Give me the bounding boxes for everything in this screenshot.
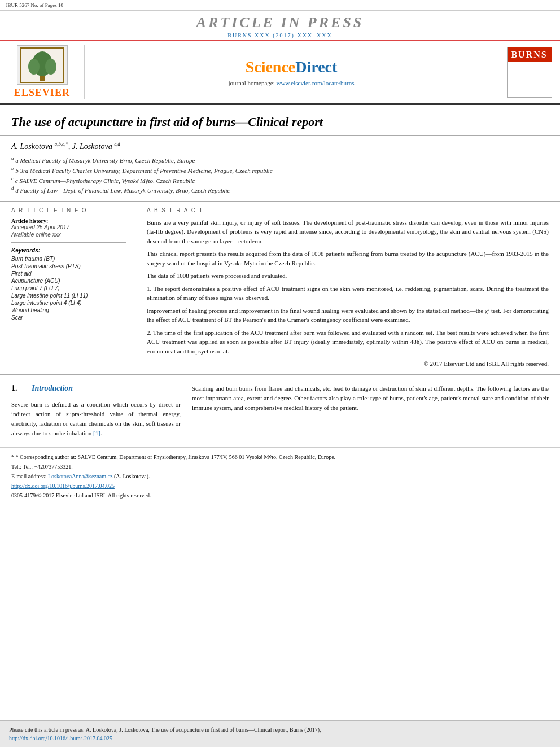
- page: JBUR 5267 No. of Pages 10 ARTICLE IN PRE…: [0, 0, 560, 747]
- citation-doi-link[interactable]: http://dx.doi.org/10.1016/j.burns.2017.0…: [9, 735, 112, 741]
- keyword-1: Burn trauma (BT): [11, 256, 126, 262]
- affiliation-b: b b 3rd Medical Faculty Charles Universi…: [11, 165, 549, 174]
- article-in-press-banner: ARTICLE IN PRESS BURNS XXX (2017) XXX–XX…: [0, 11, 560, 41]
- keyword-7: Large intestine point 4 (LI 4): [11, 300, 126, 306]
- tel-footnote: Tel.: Tel.: +420737753321.: [11, 462, 549, 471]
- abstract-para-2: This clinical report presents the result…: [147, 249, 549, 268]
- abstract-copyright: © 2017 Elsevier Ltd and ISBI. All rights…: [147, 359, 549, 369]
- keyword-3: First aid: [11, 270, 126, 277]
- abstract-para-5: Improvement of healing process and impro…: [147, 306, 549, 325]
- introduction-section: 1. Introduction Severe burn is defined a…: [0, 375, 560, 448]
- journal-homepage-url[interactable]: www.elsevier.com/locate/burns: [276, 80, 354, 86]
- abstract-text: Burns are a very painful skin injury, or…: [147, 218, 549, 369]
- email-footnote: E-mail address: LoskotovaAnna@seznam.cz …: [11, 472, 549, 480]
- abstract-col: A B S T R A C T Burns are a very painful…: [147, 207, 549, 369]
- abstract-para-6: 2. The time of the first application of …: [147, 328, 549, 356]
- intro-right-text: Scalding and burn burns from flame and c…: [192, 384, 549, 413]
- email-link[interactable]: LoskotovaAnna@seznam.cz: [48, 473, 112, 479]
- section-number: 1.: [11, 384, 25, 393]
- svg-point-4: [45, 59, 56, 75]
- burns-cover-title: BURNS: [511, 50, 547, 60]
- abstract-para-1: Burns are a very painful skin injury, or…: [147, 218, 549, 246]
- keyword-4: Acupuncture (ACU): [11, 278, 126, 284]
- article-info-col: A R T I C L E I N F O Article history: A…: [11, 207, 135, 369]
- elsevier-logo: ELSEVIER: [6, 45, 85, 99]
- corresponding-footnote: * * Corresponding author at: SALVE Centr…: [11, 453, 549, 461]
- citation-1: [1]: [93, 430, 100, 436]
- divider: [11, 242, 126, 243]
- burns-journal-thumb: BURNS: [507, 47, 552, 98]
- affiliation-c: c c SALVE Centrum—Physiotherapy Clinic, …: [11, 176, 549, 184]
- two-col-section: A R T I C L E I N F O Article history: A…: [0, 201, 560, 375]
- abstract-heading: A B S T R A C T: [147, 207, 549, 213]
- accepted-date: Accepted 25 April 2017: [11, 224, 126, 230]
- corresponding-star: *: [11, 454, 14, 460]
- issn-footnote: 0305-4179/© 2017 Elsevier Ltd and ISBI. …: [11, 491, 549, 500]
- corresponding-text: * Corresponding author at: SALVE Centrum…: [16, 454, 336, 460]
- bottom-citation-bar: Please cite this article in press as: A.…: [0, 720, 560, 747]
- svg-point-3: [28, 59, 40, 75]
- doi-link[interactable]: http://dx.doi.org/10.1016/j.burns.2017.0…: [11, 483, 115, 489]
- header-logos: ELSEVIER ScienceDirect journal homepage:…: [0, 41, 560, 105]
- article-history-label: Article history:: [11, 218, 126, 224]
- keyword-9: Scar: [11, 314, 126, 321]
- science-direct-logo: ScienceDirect: [246, 58, 338, 76]
- journal-homepage: journal homepage: www.elsevier.com/locat…: [229, 80, 355, 86]
- article-title: The use of acupuncture in first aid of b…: [11, 114, 549, 130]
- keyword-5: Lung point 7 (LU 7): [11, 285, 126, 291]
- direct-text: Direct: [295, 58, 337, 76]
- email-person: (A. Loskotova).: [114, 473, 150, 479]
- tel-label: Tel.:: [11, 464, 23, 470]
- article-in-press-text: ARTICLE IN PRESS: [0, 14, 560, 31]
- science-text: Science: [246, 58, 296, 76]
- intro-left-text: Severe burn is defined as a condition wh…: [11, 400, 181, 438]
- journal-name-banner: BURNS XXX (2017) XXX–XXX: [0, 32, 560, 38]
- abstract-para-3: The data of 1008 patients were processed…: [147, 271, 549, 281]
- keywords-heading: Keywords:: [11, 247, 126, 254]
- footnotes-section: * * Corresponding author at: SALVE Centr…: [0, 448, 560, 505]
- citation-text: Please cite this article in press as: A.…: [9, 727, 321, 733]
- burns-cover-img: BURNS: [507, 47, 552, 98]
- abstract-para-4: 1. The report demonstrates a positive ef…: [147, 284, 549, 303]
- available-online: Available online xxx: [11, 231, 126, 238]
- journal-ref-left: JBUR 5267 No. of Pages 10: [6, 2, 63, 8]
- authors-section: A. Loskotova a,b,c,*, J. Loskotova c,d a…: [0, 136, 560, 201]
- top-bar: JBUR 5267 No. of Pages 10: [0, 0, 560, 11]
- keyword-2: Post-traumatic stress (PTS): [11, 263, 126, 269]
- elsevier-tree-icon: [17, 45, 68, 85]
- article-title-section: The use of acupuncture in first aid of b…: [0, 105, 560, 136]
- doi-footnote: http://dx.doi.org/10.1016/j.burns.2017.0…: [11, 482, 549, 490]
- affiliation-d: d d Faculty of Law—Dept. of Financial La…: [11, 185, 549, 194]
- authors-line: A. Loskotova a,b,c,*, J. Loskotova c,d: [11, 141, 549, 151]
- keyword-8: Wound healing: [11, 307, 126, 313]
- section-title: Introduction: [32, 384, 73, 393]
- section-number-title: 1. Introduction: [11, 384, 181, 393]
- intro-left: 1. Introduction Severe burn is defined a…: [11, 384, 181, 438]
- email-label: E-mail address:: [11, 473, 46, 479]
- article-info-heading: A R T I C L E I N F O: [11, 207, 126, 213]
- burns-logo-area: BURNS: [498, 45, 554, 99]
- science-direct-area: ScienceDirect journal homepage: www.else…: [90, 45, 492, 99]
- journal-homepage-label: journal homepage:: [229, 80, 275, 86]
- intro-right: Scalding and burn burns from flame and c…: [192, 384, 549, 438]
- keyword-6: Large intestine point 11 (LI 11): [11, 292, 126, 299]
- tel-number: Tel.: +420737753321.: [23, 464, 73, 470]
- affiliation-a: a a Medical Faculty of Masaryk Universit…: [11, 155, 549, 164]
- elsevier-wordmark: ELSEVIER: [14, 87, 70, 99]
